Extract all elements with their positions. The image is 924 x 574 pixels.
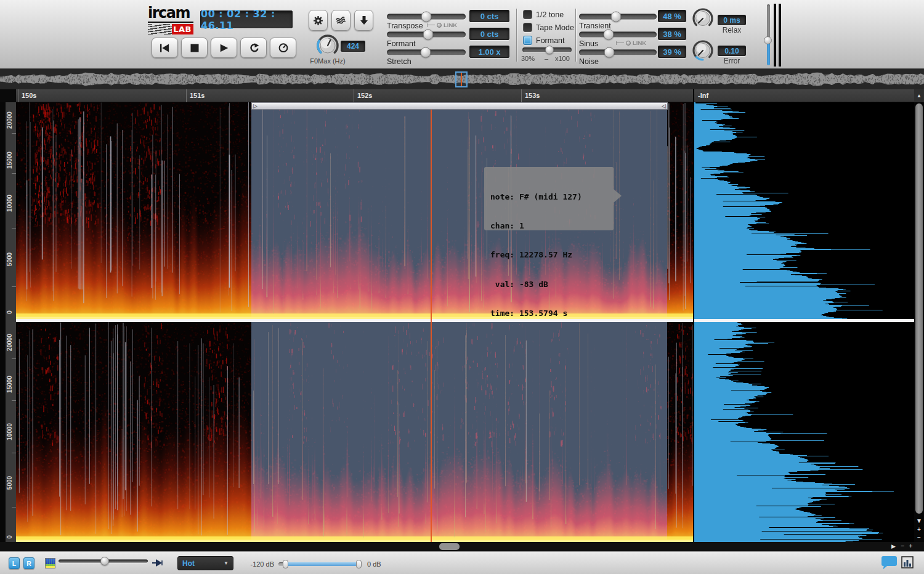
arrow-up-icon: ▲ [917,92,922,100]
half-tone-checkbox[interactable] [523,10,532,19]
zoom-out-h-button[interactable]: − [899,543,907,550]
spectrogram-thumbnail-icon[interactable] [45,558,55,568]
formant-checkbox[interactable] [523,36,532,45]
divider [516,9,517,62]
selection-bar[interactable]: ▷ ◁ [251,102,668,110]
colormap-value: Hot [182,559,195,568]
logo-text-ircam: ircam [148,6,193,23]
vertical-scrollbar-thumb[interactable] [915,103,923,514]
timer-icon [278,42,289,53]
footer-toolbar: L R Hot ▼ -120 dB 0 dB [0,551,924,574]
settings-button[interactable] [309,10,328,31]
transpose-slider[interactable] [387,11,466,22]
arrow-next-icon[interactable] [152,559,163,567]
scroll-up-button[interactable]: ▲ [914,89,924,102]
axis-corner [0,89,16,102]
loop-icon [248,43,259,53]
logo-text-lab: LAB [172,24,193,34]
tooltip-note: note: F# (midi 127) [490,192,614,202]
skip-start-icon [160,43,170,53]
stretch-slider[interactable] [387,47,466,57]
analysis-link-toggle[interactable]: LINK [616,39,646,46]
tape-mode-label: Tape Mode [536,23,574,32]
error-label: Error [718,57,746,65]
tape-mode-checkbox[interactable] [523,23,532,32]
stretch-range-slider[interactable] [522,44,572,55]
db-range-min-handle[interactable] [283,560,288,568]
frequency-axis: 20000 15000 10000 5000 0 20000 15000 100… [0,89,16,542]
timecode-display: 00 : 02 : 32 : 46.11 [200,10,293,28]
header-toolbar: ircam LAB 00 : 02 : 32 : 46.11 [0,0,924,69]
db-range-max-handle[interactable] [356,560,362,568]
link-tee-icon [616,41,624,45]
error-value: 0.10 [718,46,746,56]
colormap-dropdown[interactable]: Hot ▼ [177,556,233,570]
noise-value: 39 % [658,46,686,58]
knob-icon [691,7,715,30]
transient-value: 48 % [658,10,686,22]
stretch-range-sep: – [545,55,548,62]
vertical-scrollbar[interactable]: ▼ + − [914,102,924,542]
selection-left-handle-icon[interactable]: ▷ [253,103,257,109]
zoom-out-v-button[interactable]: − [914,534,924,541]
zoom-in-v-button[interactable]: + [914,526,924,533]
tooltip-arrow [614,189,622,203]
waves-button[interactable] [331,10,351,31]
scroll-right-button[interactable]: ▶ [890,543,898,550]
db-min-label: -120 dB [242,560,274,568]
logo-hatch [148,24,172,34]
noise-slider[interactable] [579,47,657,57]
stretch-label: Stretch [387,57,411,66]
play-button[interactable] [211,38,237,58]
ruler-label: 151s [190,92,205,99]
left-channel-button[interactable]: L [9,557,20,569]
loop-button[interactable] [240,38,267,58]
spectrum-db-label: -Inf [698,92,708,99]
right-channel-button[interactable]: R [23,557,34,569]
analyzer-canvas [694,102,914,542]
error-knob[interactable] [691,39,715,62]
chat-bubble-icon[interactable] [881,556,898,570]
f0max-knob[interactable] [315,33,340,58]
waves-icon [336,15,347,25]
volume-thumb[interactable] [764,36,772,44]
freq-label: 5000 [6,246,14,273]
freq-label: 0 [6,299,14,326]
level-meter-right [779,4,781,67]
transient-slider[interactable] [579,11,657,22]
time-ruler[interactable]: 150s 151s 152s 153s [16,89,693,102]
relax-knob[interactable] [691,7,715,30]
note-tooltip: note: F# (midi 127) chan: 1 freq: 12278.… [484,167,614,230]
relax-label: Relax [718,26,746,34]
volume-slider[interactable] [764,4,772,65]
timer-button[interactable] [270,38,296,58]
level-meter-left [774,4,776,67]
knob-icon [691,39,715,62]
selection-right-handle-icon[interactable]: ◁ [662,103,666,109]
horizontal-scrollbar[interactable]: ▶ − + [0,542,924,551]
stop-button[interactable] [181,38,208,58]
pitch-link-toggle[interactable]: LINK [427,22,457,28]
sinus-slider[interactable] [579,29,657,39]
tooltip-val: val: -83 dB [490,280,614,289]
ircam-lab-logo: ircam LAB [148,6,193,36]
axis-edge [0,102,6,542]
brightness-slider[interactable] [59,556,148,566]
formant-slider[interactable] [387,29,466,39]
overview-strip[interactable] [0,69,924,89]
link-tee-icon [427,23,435,27]
freq-label: 5000 [6,469,14,496]
scroll-down-button[interactable]: ▼ [914,517,924,525]
zoom-in-h-button[interactable]: + [907,543,915,550]
histogram-icon[interactable] [901,556,914,569]
download-button[interactable] [354,10,373,31]
formant-value: 0 cts [469,28,509,40]
freq-label: 15000 [6,147,14,174]
overview-playhead [461,73,462,86]
stretch-value: 1.00 x [469,46,509,58]
view-rectangle[interactable] [455,71,468,87]
knob-icon [315,33,340,58]
horizontal-scrollbar-thumb[interactable] [439,543,460,550]
skip-start-button[interactable] [152,38,178,58]
pitch-link-label: LINK [444,22,457,28]
